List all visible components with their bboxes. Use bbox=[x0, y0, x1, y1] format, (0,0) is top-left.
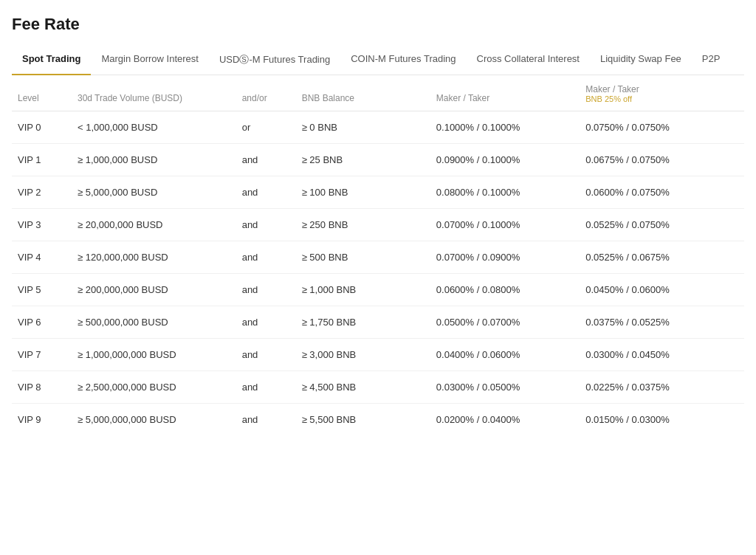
cell-level: VIP 0 bbox=[12, 111, 72, 144]
table-row: VIP 3≥ 20,000,000 BUSDand≥ 250 BNB0.0700… bbox=[12, 209, 744, 241]
cell-level: VIP 6 bbox=[12, 306, 72, 339]
col-header-maker-taker: Maker / Taker bbox=[430, 75, 580, 111]
table-row: VIP 2≥ 5,000,000 BUSDand≥ 100 BNB0.0800%… bbox=[12, 176, 744, 209]
table-row: VIP 7≥ 1,000,000,000 BUSDand≥ 3,000 BNB0… bbox=[12, 339, 744, 371]
cell-maker-taker: 0.0900% / 0.1000% bbox=[430, 144, 580, 176]
cell-volume: ≥ 1,000,000 BUSD bbox=[72, 144, 236, 176]
tab-margin[interactable]: Margin Borrow Interest bbox=[91, 46, 209, 75]
cell-volume: ≥ 200,000,000 BUSD bbox=[72, 274, 236, 306]
cell-maker-taker-bnb: 0.0600% / 0.0750% bbox=[580, 176, 744, 209]
cell-volume: ≥ 20,000,000 BUSD bbox=[72, 209, 236, 241]
cell-maker-taker: 0.0200% / 0.0400% bbox=[430, 404, 580, 436]
cell-maker-taker: 0.0800% / 0.1000% bbox=[430, 176, 580, 209]
cell-level: VIP 5 bbox=[12, 274, 72, 306]
col-header-level: Level bbox=[12, 75, 72, 111]
cell-bnb: ≥ 1,000 BNB bbox=[296, 274, 430, 306]
col-header-bnb: BNB Balance bbox=[296, 75, 430, 111]
cell-andor: and bbox=[236, 371, 296, 404]
cell-andor: and bbox=[236, 241, 296, 274]
col-header-maker-taker-bnb: Maker / Taker BNB 25% off bbox=[580, 75, 744, 111]
cell-level: VIP 8 bbox=[12, 371, 72, 404]
cell-level: VIP 1 bbox=[12, 144, 72, 176]
table-row: VIP 9≥ 5,000,000,000 BUSDand≥ 5,500 BNB0… bbox=[12, 404, 744, 436]
cell-volume: < 1,000,000 BUSD bbox=[72, 111, 236, 144]
cell-andor: and bbox=[236, 306, 296, 339]
cell-maker-taker-bnb: 0.0750% / 0.0750% bbox=[580, 111, 744, 144]
cell-maker-taker: 0.0500% / 0.0700% bbox=[430, 306, 580, 339]
cell-level: VIP 4 bbox=[12, 241, 72, 274]
table-row: VIP 4≥ 120,000,000 BUSDand≥ 500 BNB0.070… bbox=[12, 241, 744, 274]
tab-liquidity-swap[interactable]: Liquidity Swap Fee bbox=[590, 46, 692, 75]
table-row: VIP 8≥ 2,500,000,000 BUSDand≥ 4,500 BNB0… bbox=[12, 371, 744, 404]
page-title: Fee Rate bbox=[12, 15, 744, 34]
cell-maker-taker-bnb: 0.0525% / 0.0675% bbox=[580, 241, 744, 274]
cell-andor: and bbox=[236, 404, 296, 436]
table-row: VIP 6≥ 500,000,000 BUSDand≥ 1,750 BNB0.0… bbox=[12, 306, 744, 339]
cell-volume: ≥ 5,000,000 BUSD bbox=[72, 176, 236, 209]
bnb-25-off-link[interactable]: BNB 25% off bbox=[585, 94, 738, 103]
tab-cross-collateral[interactable]: Cross Collateral Interest bbox=[467, 46, 590, 75]
cell-bnb: ≥ 0 BNB bbox=[296, 111, 430, 144]
cell-volume: ≥ 500,000,000 BUSD bbox=[72, 306, 236, 339]
cell-level: VIP 9 bbox=[12, 404, 72, 436]
fee-rate-table: Level 30d Trade Volume (BUSD) and/or BNB… bbox=[12, 75, 744, 435]
cell-level: VIP 7 bbox=[12, 339, 72, 371]
cell-andor: and bbox=[236, 274, 296, 306]
cell-maker-taker: 0.0600% / 0.0800% bbox=[430, 274, 580, 306]
cell-volume: ≥ 5,000,000,000 BUSD bbox=[72, 404, 236, 436]
cell-bnb: ≥ 500 BNB bbox=[296, 241, 430, 274]
cell-volume: ≥ 2,500,000,000 BUSD bbox=[72, 371, 236, 404]
tab-coin-futures[interactable]: COIN-M Futures Trading bbox=[340, 46, 466, 75]
cell-bnb: ≥ 250 BNB bbox=[296, 209, 430, 241]
cell-level: VIP 2 bbox=[12, 176, 72, 209]
cell-maker-taker-bnb: 0.0525% / 0.0750% bbox=[580, 209, 744, 241]
cell-maker-taker-bnb: 0.0675% / 0.0750% bbox=[580, 144, 744, 176]
cell-level: VIP 3 bbox=[12, 209, 72, 241]
cell-andor: or bbox=[236, 111, 296, 144]
cell-volume: ≥ 1,000,000,000 BUSD bbox=[72, 339, 236, 371]
cell-bnb: ≥ 25 BNB bbox=[296, 144, 430, 176]
cell-andor: and bbox=[236, 176, 296, 209]
cell-bnb: ≥ 4,500 BNB bbox=[296, 371, 430, 404]
cell-maker-taker: 0.0700% / 0.1000% bbox=[430, 209, 580, 241]
cell-volume: ≥ 120,000,000 BUSD bbox=[72, 241, 236, 274]
col-header-maker-taker-bnb-label: Maker / Taker bbox=[585, 84, 639, 94]
cell-andor: and bbox=[236, 339, 296, 371]
col-header-volume: 30d Trade Volume (BUSD) bbox=[72, 75, 236, 111]
cell-maker-taker: 0.1000% / 0.1000% bbox=[430, 111, 580, 144]
cell-bnb: ≥ 100 BNB bbox=[296, 176, 430, 209]
cell-maker-taker: 0.0400% / 0.0600% bbox=[430, 339, 580, 371]
cell-maker-taker-bnb: 0.0150% / 0.0300% bbox=[580, 404, 744, 436]
cell-maker-taker-bnb: 0.0375% / 0.0525% bbox=[580, 306, 744, 339]
cell-maker-taker-bnb: 0.0300% / 0.0450% bbox=[580, 339, 744, 371]
tab-p2p[interactable]: P2P bbox=[692, 46, 731, 75]
col-header-andor: and/or bbox=[236, 75, 296, 111]
tab-spot[interactable]: Spot Trading bbox=[12, 46, 91, 75]
cell-maker-taker-bnb: 0.0225% / 0.0375% bbox=[580, 371, 744, 404]
tab-usd-futures[interactable]: USDⓈ-M Futures Trading bbox=[209, 46, 340, 75]
cell-bnb: ≥ 5,500 BNB bbox=[296, 404, 430, 436]
cell-andor: and bbox=[236, 209, 296, 241]
tab-bar: Spot TradingMargin Borrow InterestUSDⓈ-M… bbox=[12, 46, 744, 75]
table-row: VIP 0< 1,000,000 BUSDor≥ 0 BNB0.1000% / … bbox=[12, 111, 744, 144]
cell-maker-taker: 0.0700% / 0.0900% bbox=[430, 241, 580, 274]
cell-andor: and bbox=[236, 144, 296, 176]
cell-maker-taker-bnb: 0.0450% / 0.0600% bbox=[580, 274, 744, 306]
cell-bnb: ≥ 3,000 BNB bbox=[296, 339, 430, 371]
cell-maker-taker: 0.0300% / 0.0500% bbox=[430, 371, 580, 404]
table-row: VIP 5≥ 200,000,000 BUSDand≥ 1,000 BNB0.0… bbox=[12, 274, 744, 306]
table-row: VIP 1≥ 1,000,000 BUSDand≥ 25 BNB0.0900% … bbox=[12, 144, 744, 176]
cell-bnb: ≥ 1,750 BNB bbox=[296, 306, 430, 339]
